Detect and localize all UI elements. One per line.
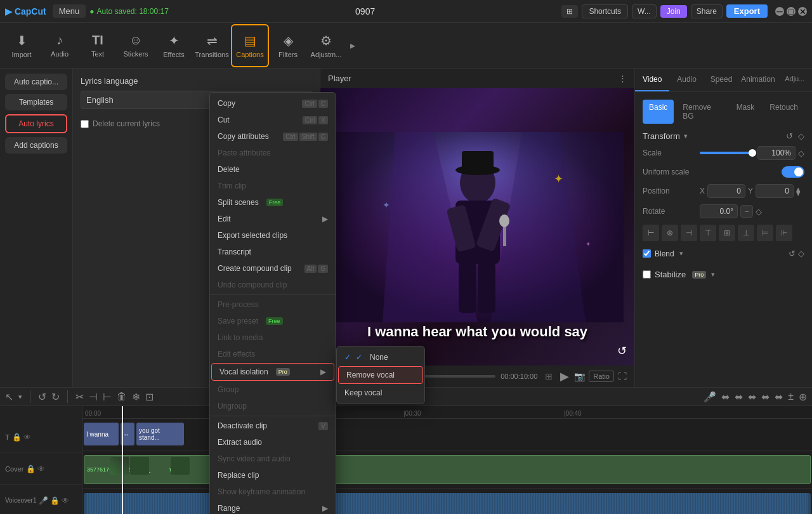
subtab-mask[interactable]: Mask <box>730 100 761 124</box>
ratio-button[interactable]: Ratio <box>589 371 614 382</box>
align-top-icon[interactable]: ⊤ <box>700 225 716 241</box>
timeline-tool-2[interactable]: ⬌ <box>735 391 743 403</box>
distribute-h-icon[interactable]: ⊨ <box>757 225 773 241</box>
timeline-tool-1[interactable]: ⬌ <box>721 391 730 403</box>
playhead[interactable] <box>122 406 123 514</box>
visibility-icon-3[interactable]: 👁 <box>62 496 69 505</box>
split-icon[interactable]: ✂ <box>75 391 84 403</box>
timeline-tool-3[interactable]: ⬌ <box>748 391 756 403</box>
tab-audio[interactable]: Audio <box>669 69 704 91</box>
tool-adjust[interactable]: ⚙ Adjustm... <box>307 24 345 67</box>
cm-copy-attrs[interactable]: Copy attributes CtrlShiftC <box>210 128 336 145</box>
rotate-keyframe-icon[interactable]: ◇ <box>756 207 762 216</box>
auto-lyrics-button[interactable]: Auto lyrics <box>5 114 67 133</box>
tool-captions[interactable]: ▤ Captions <box>231 24 269 67</box>
add-keyframe-icon[interactable]: ⊕ <box>799 391 807 403</box>
distribute-v-icon[interactable]: ⊩ <box>776 225 792 241</box>
cm-extract-audio[interactable]: Extract audio <box>210 434 336 451</box>
uniform-scale-toggle[interactable] <box>782 166 804 178</box>
scale-input[interactable] <box>757 146 796 160</box>
scale-slider-track[interactable] <box>700 152 752 154</box>
cm-cut[interactable]: Cut CtrlX <box>210 112 336 128</box>
templates-button[interactable]: Templates <box>5 94 67 110</box>
cm-delete[interactable]: Delete <box>210 161 336 178</box>
cm-range[interactable]: Range ▶ <box>210 500 336 514</box>
cm-deactivate[interactable]: Deactivate clip V <box>210 418 336 434</box>
blend-reset-icon[interactable]: ↺ <box>789 249 796 258</box>
position-y-input[interactable] <box>756 184 794 198</box>
delete-icon[interactable]: 🗑 <box>117 391 127 402</box>
group-icon[interactable]: ⊡ <box>145 391 154 403</box>
timeline-tool-5[interactable]: ⬌ <box>775 391 783 403</box>
blend-checkbox[interactable] <box>643 249 651 258</box>
workspace-button[interactable]: W... <box>632 4 657 18</box>
delete-lyrics-checkbox[interactable] <box>81 120 89 128</box>
transform-keyframe-icon[interactable]: ◇ <box>798 131 804 141</box>
tool-text[interactable]: TI Text <box>79 24 117 67</box>
voiceover-clip[interactable] <box>84 493 811 514</box>
trim-right-icon[interactable]: ⊢ <box>103 391 112 403</box>
caption-clip-3[interactable]: you got stand... <box>136 423 184 445</box>
player-menu-icon[interactable]: ⋮ <box>619 74 627 83</box>
subtab-removebg[interactable]: Remove BG <box>676 100 727 124</box>
rotate-reset-button[interactable]: − <box>740 205 753 218</box>
tab-video[interactable]: Video <box>635 69 669 91</box>
select-tool-icon[interactable]: ↖ <box>5 391 13 403</box>
timeline-tool-4[interactable]: ⬌ <box>761 391 769 403</box>
align-bottom-icon[interactable]: ⊥ <box>738 225 754 241</box>
tool-filters[interactable]: ◈ Filters <box>269 24 307 67</box>
position-x-input[interactable] <box>707 184 745 198</box>
tool-import[interactable]: ⬇ Import <box>3 24 41 67</box>
cm-export-selected[interactable]: Export selected clips <box>210 227 336 244</box>
position-keyframe-icon[interactable]: ⧫ <box>796 187 800 196</box>
undo-icon[interactable]: ↺ <box>38 391 46 403</box>
tool-transitions[interactable]: ⇌ Transitions <box>193 24 231 67</box>
video-clip[interactable]: 3577617-hd_1920_1080_30fps.mp... <box>84 455 811 484</box>
menu-button[interactable]: Menu <box>53 4 86 18</box>
freeze-icon[interactable]: ❄ <box>132 391 140 403</box>
align-right-icon[interactable]: ⊣ <box>681 225 697 241</box>
auto-captions-button[interactable]: Auto captio... <box>5 74 67 90</box>
align-center-h-icon[interactable]: ⊕ <box>662 225 678 241</box>
visibility-icon[interactable]: 👁 <box>23 433 31 442</box>
cm-create-compound[interactable]: Create compound clip AltG <box>210 260 336 277</box>
tool-audio[interactable]: ♪ Audio <box>41 24 79 67</box>
blend-keyframe-icon[interactable]: ◇ <box>798 249 804 258</box>
select-tool-dropdown[interactable]: ▾ <box>18 393 22 401</box>
shortcuts-button[interactable]: Shortcuts <box>582 4 628 18</box>
cm-edit[interactable]: Edit ▶ <box>210 211 336 227</box>
rotate-input[interactable] <box>700 204 738 218</box>
align-left-icon[interactable]: ⊢ <box>643 225 659 241</box>
cm-transcript[interactable]: Transcript <box>210 244 336 260</box>
maximize-button[interactable]: □ <box>787 7 796 16</box>
camera-icon[interactable]: 📷 <box>574 371 585 382</box>
tab-animation[interactable]: Animation <box>738 69 777 91</box>
visibility-icon-2[interactable]: 👁 <box>37 465 45 473</box>
tool-stickers[interactable]: ☺ Stickers <box>117 24 155 67</box>
vs-remove-vocal[interactable]: Remove vocal <box>338 366 423 384</box>
stabilize-checkbox[interactable] <box>643 270 651 279</box>
lock-icon-3[interactable]: 🔒 <box>50 496 60 505</box>
subtab-retouch[interactable]: Retouch <box>763 100 804 124</box>
minimize-button[interactable]: ─ <box>775 7 784 16</box>
join-button[interactable]: Join <box>660 5 687 18</box>
subtab-basic[interactable]: Basic <box>643 100 674 124</box>
redo-icon[interactable]: ↻ <box>51 391 60 403</box>
cm-vocal-isolation[interactable]: Vocal isolation Pro ▶ <box>211 363 334 381</box>
cm-split-scenes[interactable]: Split scenes Free <box>210 194 336 211</box>
play-button[interactable]: ▶ <box>560 369 569 383</box>
lock-icon-2[interactable]: 🔒 <box>26 465 36 473</box>
tab-speed[interactable]: Speed <box>704 69 738 91</box>
lock-icon[interactable]: 🔒 <box>12 433 22 442</box>
player-refresh-icon[interactable]: ↺ <box>617 344 627 358</box>
share-button[interactable]: Share <box>691 4 723 18</box>
export-button[interactable]: Export <box>726 4 768 18</box>
caption-clip-1[interactable]: I wanna <box>84 423 119 445</box>
screen-button[interactable]: ⊞ <box>561 5 578 18</box>
align-center-v-icon[interactable]: ⊞ <box>719 225 735 241</box>
cm-replace-clip[interactable]: Replace clip <box>210 467 336 484</box>
toolbar-more[interactable]: ▸ <box>345 24 360 67</box>
add-captions-button[interactable]: Add captions <box>5 137 67 154</box>
fullscreen-button[interactable]: ⛶ <box>618 371 627 382</box>
scale-slider-thumb[interactable] <box>749 149 756 157</box>
